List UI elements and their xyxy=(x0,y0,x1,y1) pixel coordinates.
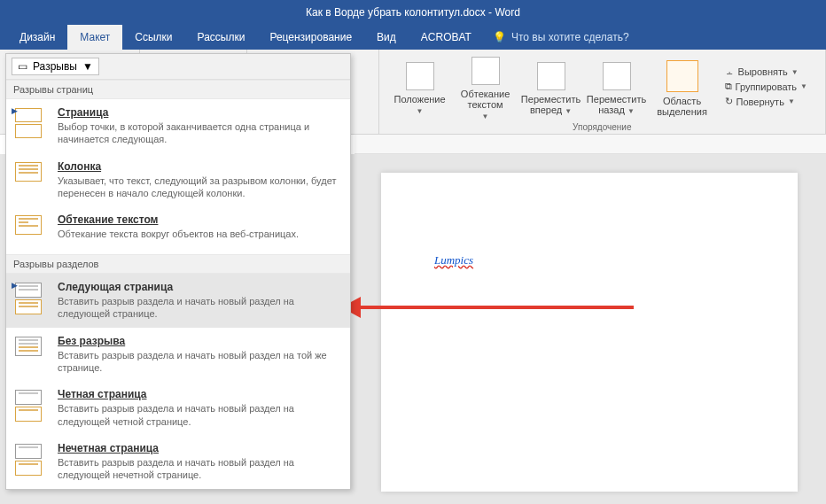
column-break-icon xyxy=(15,162,47,194)
align-tools: ⫠Выровнять▼ ⧉Группировать▼ ↻Повернуть▼ xyxy=(716,62,816,112)
marker-icon: ▶ xyxy=(12,106,18,115)
even-page-icon xyxy=(15,390,47,422)
break-even-page[interactable]: Четная страница Вставить разрыв раздела … xyxy=(6,381,350,435)
align-icon: ⫠ xyxy=(725,66,735,77)
rotate-button[interactable]: ↻Повернуть▼ xyxy=(723,95,809,108)
tab-design[interactable]: Дизайн xyxy=(7,25,67,50)
break-column[interactable]: Колонка Указывает, что текст, следующий … xyxy=(6,153,350,207)
chevron-down-icon: ▼ xyxy=(82,60,93,73)
tell-me-label: Что вы хотите сделать? xyxy=(511,31,629,43)
selection-pane-button[interactable]: Область выделения xyxy=(651,57,714,117)
break-text-wrap[interactable]: Обтекание текстом Обтекание текста вокру… xyxy=(6,206,350,254)
continuous-icon xyxy=(15,337,47,368)
section-breaks-header: Разрывы разделов xyxy=(6,254,350,274)
tab-layout[interactable]: Макет xyxy=(67,25,122,50)
arrange-group: Положение▼ Обтекание текстом▼ Переместит… xyxy=(379,50,826,134)
wrap-icon xyxy=(471,57,500,85)
document-title: Как в Ворде убрать колонтитул.docx - Wor… xyxy=(306,6,520,19)
next-page-icon xyxy=(15,283,47,314)
rotate-icon: ↻ xyxy=(725,96,733,107)
bulb-icon: 💡 xyxy=(493,31,506,43)
odd-page-icon xyxy=(15,444,47,476)
tab-view[interactable]: Вид xyxy=(364,25,409,50)
position-button[interactable]: Положение▼ xyxy=(388,58,452,116)
forward-icon xyxy=(537,62,565,90)
marker-icon: ▶ xyxy=(12,281,18,290)
break-next-page[interactable]: ▶ Следующая страница Вставить разрыв раз… xyxy=(6,274,350,328)
dropdown-top: ▭ Разрывы ▼ xyxy=(6,54,350,80)
breaks-icon: ▭ xyxy=(18,60,27,73)
breaks-dropdown: ▭ Разрывы ▼ Разрывы страниц ▶ Страница В… xyxy=(5,53,351,490)
page-break-icon xyxy=(15,108,47,140)
page-breaks-header: Разрывы страниц xyxy=(6,80,350,99)
tell-me-search[interactable]: 💡 Что вы хотите сделать? xyxy=(493,25,629,50)
backward-icon xyxy=(603,62,631,90)
title-bar: Как в Ворде убрать колонтитул.docx - Wor… xyxy=(0,0,826,25)
wrap-break-icon xyxy=(15,215,47,247)
align-button[interactable]: ⫠Выровнять▼ xyxy=(723,66,809,78)
tab-references[interactable]: Ссылки xyxy=(122,25,184,50)
send-backward-button[interactable]: Переместить назад ▼ xyxy=(585,58,649,116)
group-icon: ⧉ xyxy=(725,81,732,92)
horizontal-ruler[interactable] xyxy=(355,135,826,154)
break-continuous[interactable]: Без разрыва Вставить разрыв раздела и на… xyxy=(6,328,350,382)
wrap-text-button[interactable]: Обтекание текстом▼ xyxy=(454,53,518,121)
tab-mailings[interactable]: Рассылки xyxy=(185,25,258,50)
bring-forward-button[interactable]: Переместить вперед ▼ xyxy=(519,58,583,116)
document-page[interactable] xyxy=(381,173,798,492)
break-page[interactable]: ▶ Страница Выбор точки, в которой заканч… xyxy=(6,99,350,153)
ribbon-tabs: Дизайн Макет Ссылки Рассылки Рецензирова… xyxy=(0,25,826,50)
position-icon xyxy=(406,62,434,90)
tab-acrobat[interactable]: ACROBAT xyxy=(409,25,484,50)
arrange-group-label: Упорядочение xyxy=(388,122,816,132)
break-odd-page[interactable]: Нечетная страница Вставить разрыв раздел… xyxy=(6,435,350,489)
selection-icon xyxy=(666,60,698,92)
tab-review[interactable]: Рецензирование xyxy=(257,25,364,50)
breaks-dropdown-button[interactable]: ▭ Разрывы ▼ xyxy=(12,58,99,75)
document-text[interactable]: Lumpics xyxy=(434,253,473,268)
group-button[interactable]: ⧉Группировать▼ xyxy=(723,80,809,93)
